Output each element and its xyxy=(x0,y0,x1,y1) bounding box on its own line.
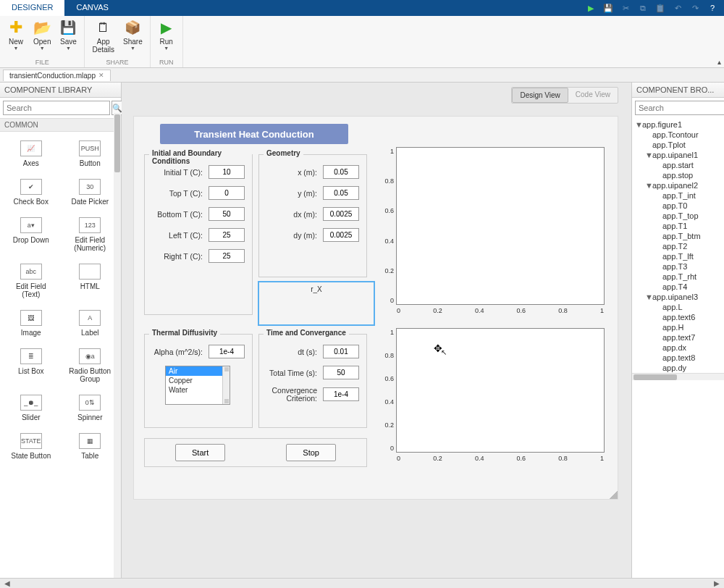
panel-geometry[interactable]: Geometry x (m): y (m): dx (m): dy (m): xyxy=(258,154,367,277)
expander-icon[interactable]: ▼ xyxy=(635,120,642,129)
list-item[interactable]: Air xyxy=(166,366,230,376)
input-total-time[interactable] xyxy=(323,366,359,379)
expander-icon[interactable]: ▼ xyxy=(645,293,652,301)
tree-node[interactable]: app.T_top xyxy=(632,211,724,221)
tree-node[interactable]: app.text7 xyxy=(632,332,724,343)
help-icon[interactable]: ? xyxy=(707,2,718,14)
component-html[interactable]: HTML xyxy=(61,259,120,303)
tree-node[interactable]: app.Tcontour xyxy=(632,130,724,140)
input-dx[interactable] xyxy=(323,207,359,221)
tree-node[interactable]: app.T3 xyxy=(632,261,724,272)
resize-handle[interactable] xyxy=(609,490,618,499)
redo-icon[interactable]: ↷ xyxy=(689,2,701,14)
component-state-button[interactable]: STATEState Button xyxy=(1,429,61,464)
component-edit-field-text-[interactable]: abcEdit Field (Text) xyxy=(1,259,61,303)
input-x[interactable] xyxy=(323,165,359,179)
expander-icon[interactable]: ▼ xyxy=(645,181,652,190)
component-drop-down[interactable]: a▾Drop Down xyxy=(1,213,61,256)
tree-node[interactable]: app.L xyxy=(632,302,724,312)
input-right-t[interactable] xyxy=(209,249,245,263)
save-button[interactable]: 💾 Save▼ xyxy=(55,17,81,52)
scrollbar[interactable] xyxy=(632,373,724,380)
search-input[interactable] xyxy=(635,101,724,115)
tree-node[interactable]: ▼app.uipanel2 xyxy=(632,180,724,190)
input-initial-t[interactable] xyxy=(209,165,245,179)
input-alpha[interactable] xyxy=(209,345,245,358)
list-item[interactable]: Copper xyxy=(166,376,230,385)
input-conv[interactable] xyxy=(323,387,359,401)
tree-node[interactable]: app.T1 xyxy=(632,221,724,231)
new-button[interactable]: ✚ New▼ xyxy=(3,17,29,52)
component-button[interactable]: PUSHButton xyxy=(61,136,120,172)
component-edit-field-numeric-[interactable]: 123Edit Field (Numeric) xyxy=(61,213,120,256)
component-label[interactable]: ALabel xyxy=(61,306,120,341)
open-button[interactable]: 📂 Open▼ xyxy=(29,17,55,52)
list-item[interactable]: Water xyxy=(166,385,230,395)
material-listbox[interactable]: Air Copper Water xyxy=(165,366,230,405)
code-view-button[interactable]: Code View xyxy=(568,88,618,103)
tree-node[interactable]: app.T4 xyxy=(632,282,724,292)
scroll-right-icon[interactable]: ▶ xyxy=(711,579,723,587)
close-icon[interactable]: ✕ xyxy=(98,72,104,79)
panel-initial-boundary[interactable]: Initial and Boundary Conditions Initial … xyxy=(144,154,253,315)
tree-node[interactable]: app.T_lft xyxy=(632,251,724,261)
input-dt[interactable] xyxy=(323,345,359,358)
tree-node[interactable]: app.T0 xyxy=(632,201,724,211)
panel-thermal[interactable]: Thermal Diffusivity Alpha (m^2/s): Air C… xyxy=(144,334,253,428)
component-axes[interactable]: 📈Axes xyxy=(1,136,61,172)
tree-node[interactable]: ▼app.uipanel1 xyxy=(632,150,724,160)
search-input[interactable] xyxy=(3,101,110,115)
selected-component[interactable]: r_X xyxy=(258,282,374,325)
title-banner[interactable]: Transient Heat Conduction xyxy=(160,124,348,144)
copy-icon[interactable]: ⧉ xyxy=(637,2,649,14)
tree-node[interactable]: app.H xyxy=(632,322,724,332)
component-table[interactable]: ▦Table xyxy=(61,429,120,464)
share-button[interactable]: 📦 Share▼ xyxy=(119,17,147,55)
stop-button[interactable]: Stop xyxy=(286,444,336,461)
component-date-picker[interactable]: 30Date Picker xyxy=(61,175,120,210)
save-icon[interactable]: 💾 xyxy=(602,2,614,14)
cut-icon[interactable]: ✂ xyxy=(620,2,631,14)
ui-figure[interactable]: Transient Heat Conduction Initial and Bo… xyxy=(133,116,618,500)
tree-node[interactable]: app.Tplot xyxy=(632,140,724,150)
component-check-box[interactable]: ✔Check Box xyxy=(1,175,61,210)
scrollbar[interactable] xyxy=(222,366,230,404)
tree-node[interactable]: app.dx xyxy=(632,343,724,353)
tree-node[interactable]: app.text8 xyxy=(632,353,724,363)
expander-icon[interactable]: ▼ xyxy=(645,151,652,159)
tree-node[interactable]: app.stop xyxy=(632,170,724,180)
panel-time[interactable]: Time and Convergance dt (s): Total Time … xyxy=(258,334,367,428)
tree-node[interactable]: app.T_int xyxy=(632,190,724,201)
component-list-box[interactable]: ≣List Box xyxy=(1,344,61,387)
run-icon[interactable]: ▶ xyxy=(585,2,597,14)
collapse-ribbon-icon[interactable]: ▴ xyxy=(717,58,721,66)
tab-canvas[interactable]: CANVAS xyxy=(64,0,119,16)
input-left-t[interactable] xyxy=(209,228,245,242)
component-spinner[interactable]: 0⇅Spinner xyxy=(61,390,120,426)
tree-node[interactable]: app.dy xyxy=(632,363,724,373)
input-bottom-t[interactable] xyxy=(209,207,245,221)
tree-node[interactable]: ▼app.figure1 xyxy=(632,119,724,130)
axes-tcontour[interactable]: 10.80.60.40.20 00.20.40.60.81 xyxy=(396,147,605,305)
paste-icon[interactable]: 📋 xyxy=(654,2,666,14)
file-tab[interactable]: transientConduction.mlapp ✕ xyxy=(3,70,111,81)
tree-node[interactable]: app.T2 xyxy=(632,241,724,251)
input-y[interactable] xyxy=(323,186,359,200)
scrollbar[interactable] xyxy=(114,113,121,578)
undo-icon[interactable]: ↶ xyxy=(672,2,683,14)
component-radio-button-group[interactable]: ◉aRadio Button Group xyxy=(61,344,120,387)
tree-node[interactable]: app.text6 xyxy=(632,312,724,322)
component-image[interactable]: 🖼Image xyxy=(1,306,61,341)
component-slider[interactable]: ⎯⏺⎯Slider xyxy=(1,390,61,426)
input-dy[interactable] xyxy=(323,228,359,242)
scroll-left-icon[interactable]: ◀ xyxy=(1,579,13,587)
tree-node[interactable]: ▼app.uipanel3 xyxy=(632,292,724,302)
axes-tplot[interactable]: 10.80.60.40.20 00.20.40.60.81 xyxy=(396,328,605,453)
input-top-t[interactable] xyxy=(209,186,245,200)
run-button[interactable]: ▶ Run▼ xyxy=(153,17,180,52)
tree-node[interactable]: app.start xyxy=(632,160,724,170)
tree-node[interactable]: app.T_btm xyxy=(632,231,724,241)
app-details-button[interactable]: 🗒 App Details xyxy=(88,17,119,55)
tree-node[interactable]: app.T_rht xyxy=(632,272,724,282)
design-view-button[interactable]: Design View xyxy=(512,88,568,103)
